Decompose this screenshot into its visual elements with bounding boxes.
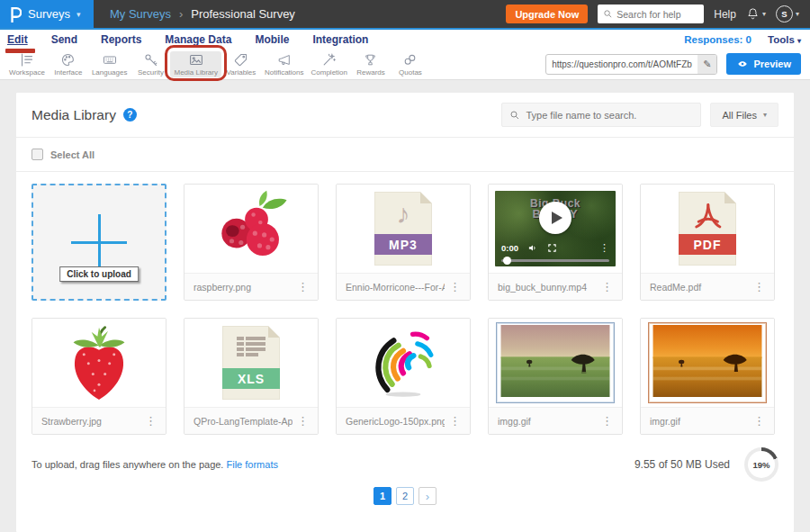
media-tile-video[interactable]: Big Buck BUNNY 0:00 ⋮ big_buck_bunn: [488, 184, 623, 301]
survey-url-input[interactable]: [546, 59, 698, 69]
file-name: imgr.gif: [650, 416, 749, 427]
preview-button[interactable]: Preview: [726, 53, 801, 75]
raspberry-thumbnail: [184, 185, 318, 273]
toolbar-item-notifications[interactable]: Notifications: [261, 51, 308, 77]
upload-tile[interactable]: Click to upload: [32, 184, 166, 301]
surveys-menu[interactable]: Surveys ▾: [0, 0, 94, 28]
toolbar-item-quotas[interactable]: Quotas: [391, 51, 430, 77]
help-search-input[interactable]: [616, 9, 698, 20]
search-icon: [603, 9, 613, 19]
plus-icon: [71, 214, 127, 270]
notifications-bell[interactable]: ▾: [746, 7, 766, 21]
media-tile-logo[interactable]: GenericLogo-150px.png⋮: [336, 318, 471, 435]
nav-tab-send[interactable]: Send: [51, 33, 77, 46]
pdf-file-icon: PDF: [679, 192, 736, 266]
nav-tab-integration[interactable]: Integration: [312, 33, 368, 46]
help-icon[interactable]: ?: [123, 108, 137, 122]
breadcrumb-separator: ›: [179, 7, 183, 21]
progress-knob[interactable]: [503, 257, 511, 265]
breadcrumb-current: Professional Survey: [191, 7, 295, 21]
kebab-menu-icon[interactable]: ⋮: [292, 280, 313, 293]
kebab-menu-icon[interactable]: ⋮: [292, 414, 313, 428]
toolbar-item-media-library[interactable]: Media Library: [170, 51, 220, 77]
media-tile-raspberry[interactable]: raspberry.png⋮: [184, 184, 319, 301]
edit-toolbar: Workspace Interface Languages Security M…: [0, 49, 810, 80]
pagination: 1 2 ›: [16, 487, 794, 505]
media-grid: Click to upload: [16, 172, 794, 440]
toolbar-item-variables[interactable]: Variables: [221, 51, 261, 77]
toolbar-item-security[interactable]: Security: [130, 51, 170, 77]
megaphone-icon: [276, 52, 292, 68]
video-menu-icon[interactable]: ⋮: [599, 242, 609, 254]
toolbar-item-completion[interactable]: Completion: [308, 51, 351, 77]
keyboard-icon: [102, 52, 118, 68]
breadcrumb-my-surveys[interactable]: My Surveys: [110, 7, 171, 21]
media-tile-imgg[interactable]: imgg.gif⋮: [488, 318, 623, 435]
nav-tab-edit[interactable]: Edit: [7, 33, 28, 46]
chevron-down-icon: ▾: [762, 10, 766, 18]
kebab-menu-icon[interactable]: ⋮: [749, 414, 770, 428]
bell-icon: [746, 7, 760, 21]
fullscreen-icon[interactable]: [547, 243, 557, 253]
toolbar-item-rewards[interactable]: Rewards: [351, 51, 391, 77]
file-search-input[interactable]: [526, 110, 688, 121]
tools-menu[interactable]: Tools ▾: [768, 34, 801, 45]
media-tile-xls[interactable]: XLS QPro-LangTemplate-April...⋮: [184, 318, 319, 435]
video-thumbnail: Big Buck BUNNY 0:00 ⋮: [489, 185, 622, 273]
xls-file-icon: XLS: [222, 326, 280, 400]
upgrade-now-button[interactable]: Upgrade Now: [506, 5, 588, 23]
surveys-menu-label: Surveys: [28, 7, 70, 21]
kebab-menu-icon[interactable]: ⋮: [597, 280, 617, 293]
eye-icon: [736, 59, 749, 69]
kebab-menu-icon[interactable]: ⋮: [140, 414, 161, 428]
media-tile-pdf[interactable]: PDF ReadMe.pdf⋮: [640, 184, 775, 301]
survey-url-field[interactable]: ✎: [545, 54, 717, 75]
media-tile-strawberry[interactable]: Strawberry.jpg⋮: [32, 318, 166, 435]
file-search-box[interactable]: [501, 103, 701, 127]
breadcrumb: My Surveys › Professional Survey: [94, 0, 295, 28]
toolbar-item-workspace[interactable]: Workspace: [5, 51, 49, 77]
toolbar-item-interface[interactable]: Interface: [49, 51, 88, 77]
nav-tab-manage-data[interactable]: Manage Data: [165, 33, 231, 46]
file-type-filter[interactable]: All Files ▾: [710, 103, 778, 127]
media-tile-imgr[interactable]: imgr.gif⋮: [640, 318, 775, 435]
page-button-2[interactable]: 2: [396, 487, 414, 505]
chevron-down-icon: ▾: [763, 111, 767, 119]
music-note-icon: ♪: [397, 199, 410, 230]
storage-percent: 19%: [748, 451, 775, 478]
toolbar-item-languages[interactable]: Languages: [88, 51, 131, 77]
workspace-icon: [19, 52, 34, 68]
play-button[interactable]: [539, 202, 572, 234]
palette-icon: [60, 52, 76, 68]
help-link[interactable]: Help: [714, 8, 736, 21]
responses-count[interactable]: Responses: 0: [684, 34, 752, 45]
edit-url-pencil-icon[interactable]: ✎: [698, 55, 716, 74]
select-all-checkbox[interactable]: [32, 149, 43, 160]
mp3-thumbnail: ♪ MP3: [337, 185, 470, 273]
kebab-menu-icon[interactable]: ⋮: [749, 280, 770, 293]
avatar: S: [776, 5, 793, 23]
speaker-icon[interactable]: [527, 243, 538, 253]
file-name: raspberry.png: [194, 282, 292, 293]
kebab-menu-icon[interactable]: ⋮: [445, 414, 465, 428]
trophy-icon: [363, 52, 378, 68]
magic-wand-icon: [321, 52, 337, 68]
nav-tab-reports[interactable]: Reports: [101, 33, 141, 46]
image-frame: [496, 322, 615, 403]
video-progress-bar[interactable]: [501, 259, 609, 262]
account-menu[interactable]: S ▾: [776, 5, 799, 23]
landscape-green: [499, 325, 612, 397]
video-player[interactable]: Big Buck BUNNY 0:00 ⋮: [495, 191, 616, 266]
page-button-1[interactable]: 1: [374, 487, 392, 505]
media-tile-mp3[interactable]: ♪ MP3 Ennio-Morricone---For-A-...⋮: [336, 184, 471, 301]
file-formats-link[interactable]: File formats: [227, 459, 278, 470]
mp3-badge: MP3: [374, 234, 432, 255]
next-page-button[interactable]: ›: [418, 487, 436, 505]
video-time: 0:00: [501, 243, 518, 253]
kebab-menu-icon[interactable]: ⋮: [445, 280, 465, 293]
xls-thumbnail: XLS: [184, 319, 318, 407]
top-header: Surveys ▾ My Surveys › Professional Surv…: [0, 0, 810, 30]
help-search-box[interactable]: [598, 5, 704, 23]
nav-tab-mobile[interactable]: Mobile: [255, 33, 289, 46]
kebab-menu-icon[interactable]: ⋮: [597, 414, 617, 428]
